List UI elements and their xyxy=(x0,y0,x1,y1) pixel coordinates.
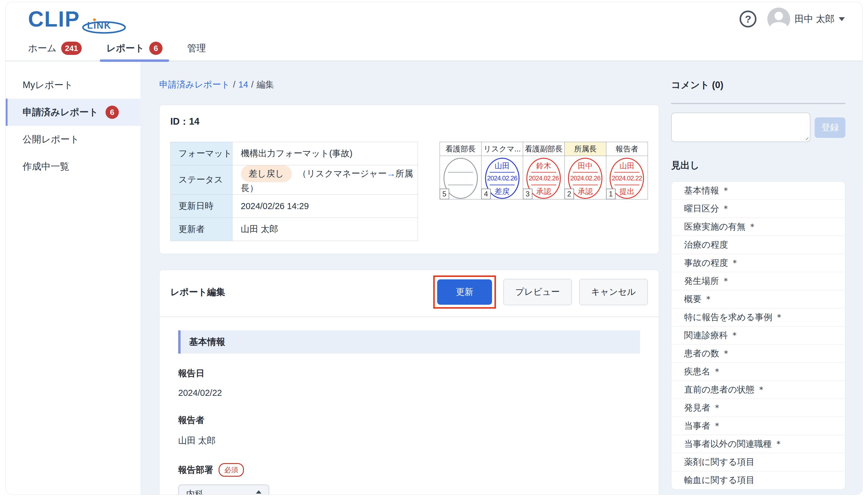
select-arrows-icon xyxy=(256,490,261,495)
sidebar-item-label: 作成中一覧 xyxy=(22,160,69,173)
stamp-name: 山田 xyxy=(486,159,518,171)
department-label: 報告部署 必須 xyxy=(178,463,640,477)
detail-value-status: 差し戻し（リスクマネージャー→所属長） xyxy=(232,165,418,195)
outline-item-disease-name[interactable]: 疾患名 ＊ xyxy=(672,363,845,381)
stamp-date: 2024.02.26 xyxy=(486,173,518,184)
outline-item-transfusion-items[interactable]: 輸血に関する項目 xyxy=(672,471,845,490)
report-details-table: フォーマット 機構出力フォーマット(事故) ステータス 差し戻し（リスクマネージ… xyxy=(170,142,418,241)
status-badge: 差し戻し xyxy=(241,165,292,182)
field-label-text: 報告者 xyxy=(178,414,205,426)
comment-input[interactable] xyxy=(671,112,810,142)
outline-item-party[interactable]: 当事者 ＊ xyxy=(672,417,845,435)
tab-home[interactable]: ホーム 241 xyxy=(25,36,85,61)
stamp-order-number: 3 xyxy=(523,189,532,199)
detail-label-updater: 更新者 xyxy=(171,218,232,241)
stamp-date: 2024.02.26 xyxy=(569,173,601,184)
stamp-role-risk-manager: リスクマ... xyxy=(482,142,523,156)
outline-item-day-category[interactable]: 曜日区分 ＊ xyxy=(672,200,845,218)
cancel-button[interactable]: キャンセル xyxy=(579,279,648,305)
table-row: フォーマット 機構出力フォーマット(事故) xyxy=(171,142,418,165)
section-header-basic-info: 基本情報 xyxy=(178,330,640,354)
detail-label-format: フォーマット xyxy=(171,142,232,165)
outline-item-patient-state[interactable]: 直前の患者の状態 ＊ xyxy=(672,381,845,399)
stamp-cell-2: 田中 2024.02.26 承認 2 xyxy=(564,156,606,199)
user-menu[interactable]: 田中 太郎 xyxy=(767,7,845,30)
report-editor-card: レポート編集 更新 プレビュー キャンセル 基本情報 報告日 2 xyxy=(159,270,659,495)
reporter-label: 報告者 xyxy=(178,414,640,426)
sidebar-item-my-reports[interactable]: Myレポート xyxy=(6,72,141,99)
outline-item-overview[interactable]: 概要 ＊ xyxy=(672,290,845,308)
table-row: ステータス 差し戻し（リスクマネージャー→所属長） xyxy=(171,165,418,195)
detail-label-updated: 更新日時 xyxy=(171,195,232,218)
outline-item-basic-info[interactable]: 基本情報 ＊ xyxy=(672,182,845,200)
tab-home-label: ホーム xyxy=(28,42,57,55)
breadcrumb-current: 編集 xyxy=(257,80,274,89)
caret-down-icon xyxy=(839,17,845,21)
stamp-role-nursing-director: 看護部長 xyxy=(440,142,482,156)
outline-item-patient-count[interactable]: 患者の数 ＊ xyxy=(672,344,845,363)
outline-item-drug-items[interactable]: 薬剤に関する項目 xyxy=(672,453,845,471)
sidebar-item-public-reports[interactable]: 公開レポート xyxy=(6,126,141,153)
comment-submit-button[interactable]: 登録 xyxy=(815,118,846,138)
stamp-name xyxy=(445,159,477,171)
comments-title: コメント (0) xyxy=(671,79,846,91)
resize-handle-icon[interactable] xyxy=(803,135,808,140)
sidebar-item-submitted-reports[interactable]: 申請済みレポート 6 xyxy=(6,99,141,126)
stamp-cell-5: 5 xyxy=(440,156,482,199)
required-badge: 必須 xyxy=(219,463,244,477)
editor-title: レポート編集 xyxy=(170,286,225,298)
outline-item-related-departments[interactable]: 関連診療科 ＊ xyxy=(672,326,845,344)
outline-item-related-professions[interactable]: 当事者以外の関連職種 ＊ xyxy=(672,435,845,453)
stamp-order-number: 5 xyxy=(439,189,449,199)
report-date-value: 2024/02/22 xyxy=(178,388,640,398)
app-window: CLIP LiNK ? 田中 太郎 ホーム 241 レポート 6 管理 xyxy=(5,2,863,495)
editor-actions: 更新 プレビュー キャンセル xyxy=(433,276,648,309)
sidebar-item-label: Myレポート xyxy=(22,79,73,91)
status-arrow-icon: → xyxy=(387,169,396,178)
department-selected-value: 内科 xyxy=(186,488,204,495)
sidebar-item-label: 申請済みレポート xyxy=(22,106,98,119)
table-row: 更新者 山田 太郎 xyxy=(171,218,418,241)
breadcrumb: 申請済みレポート/14/編集 xyxy=(159,79,659,91)
detail-label-status: ステータス xyxy=(171,165,232,195)
outline-item-treatment-level[interactable]: 治療の程度 xyxy=(672,236,845,254)
department-select[interactable]: 内科 xyxy=(178,484,269,495)
sidebar-submitted-badge: 6 xyxy=(106,106,119,119)
outline-item-medical-care[interactable]: 医療実施の有無 ＊ xyxy=(672,218,845,236)
outline-item-location[interactable]: 発生場所 ＊ xyxy=(672,272,845,290)
stamp-role-reporter: 報告者 xyxy=(606,142,648,156)
outline-title: 見出し xyxy=(671,159,846,172)
logo-text-clip: CLIP xyxy=(28,7,80,31)
detail-value-updater: 山田 太郎 xyxy=(232,218,418,241)
outline-item-accident-level[interactable]: 事故の程度 ＊ xyxy=(672,254,845,272)
breadcrumb-link-id[interactable]: 14 xyxy=(239,80,248,89)
update-button[interactable]: 更新 xyxy=(437,279,492,305)
stamp-name: 鈴木 xyxy=(527,159,560,171)
annotation-highlight-box: 更新 xyxy=(433,276,496,309)
status-route-pre: （リスクマネージャー xyxy=(298,169,387,178)
stamp-role-deputy-director: 看護副部長 xyxy=(523,142,565,156)
table-row: 看護部長 リスクマ... 看護副部長 所属長 報告者 xyxy=(440,142,648,156)
tab-report-badge: 6 xyxy=(149,42,162,55)
user-name: 田中 太郎 xyxy=(794,13,835,25)
breadcrumb-link-submitted[interactable]: 申請済みレポート xyxy=(159,80,230,89)
outline-item-special-cases[interactable]: 特に報告を求める事例 ＊ xyxy=(672,308,845,326)
top-right-controls: ? 田中 太郎 xyxy=(740,7,845,30)
reporter-value: 山田 太郎 xyxy=(178,435,640,447)
divider xyxy=(671,103,846,104)
tab-home-badge: 241 xyxy=(61,42,81,55)
logo-text-link: LiNK xyxy=(87,20,111,31)
help-icon[interactable]: ? xyxy=(740,11,756,28)
tab-admin[interactable]: 管理 xyxy=(184,36,209,61)
right-panel: コメント (0) 登録 見出し 基本情報 ＊ 曜日区分 ＊ 医療実施の有無 ＊ … xyxy=(671,61,862,495)
sidebar-item-drafts[interactable]: 作成中一覧 xyxy=(6,153,141,180)
breadcrumb-separator: / xyxy=(251,80,254,89)
outline-item-discoverer[interactable]: 発見者 ＊ xyxy=(672,399,845,417)
preview-button[interactable]: プレビュー xyxy=(503,279,572,305)
stamp-name: 山田 xyxy=(611,159,643,171)
stamp-cell-1: 山田 2024.02.22 提出 1 xyxy=(606,156,648,199)
top-bar: CLIP LiNK ? 田中 太郎 xyxy=(6,2,862,36)
stamp-order-number: 1 xyxy=(606,189,616,199)
app-logo[interactable]: CLIP LiNK xyxy=(28,5,128,33)
tab-report[interactable]: レポート 6 xyxy=(103,36,165,61)
